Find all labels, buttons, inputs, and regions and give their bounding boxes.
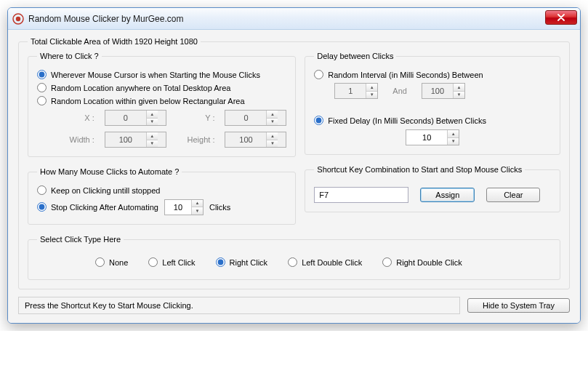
clicktype-legend: Select Click Type Here <box>37 235 124 244</box>
w-input[interactable] <box>105 132 146 147</box>
app-window: Random Mouse Clicker by MurGee.com Total… <box>7 7 581 324</box>
delay-max-input[interactable] <box>422 84 453 98</box>
where-opt2-label: Random Location anywhere on Total Deskto… <box>51 84 230 92</box>
howmany-keep[interactable]: Keep on Clicking untill stopped <box>37 185 286 195</box>
up-arrow-icon[interactable]: ▲ <box>192 200 203 208</box>
up-arrow-icon[interactable]: ▲ <box>267 132 278 140</box>
shortcut-group: Shortcut Key Combination to Start and St… <box>305 165 560 212</box>
delay-min-input[interactable] <box>335 84 366 98</box>
clicktype-rightdbl-label: Right Double Click <box>396 258 462 267</box>
where-opt3-label: Random Location within given below Recta… <box>51 97 245 105</box>
where-legend: Where to Click ? <box>37 52 102 60</box>
delay-random-radio[interactable] <box>314 70 323 79</box>
delay-fixed-input[interactable] <box>406 130 447 145</box>
count-spinner[interactable]: ▲▼ <box>164 199 204 215</box>
up-arrow-icon[interactable]: ▲ <box>267 111 278 119</box>
howmany-stop-label: Stop Clicking After Automating <box>51 203 158 212</box>
where-opt3-radio[interactable] <box>37 96 47 105</box>
down-arrow-icon[interactable]: ▼ <box>366 92 377 99</box>
delay-fixed-spinner[interactable]: ▲▼ <box>406 129 459 145</box>
down-arrow-icon[interactable]: ▼ <box>267 140 278 148</box>
count-input[interactable] <box>165 200 191 215</box>
and-label: And <box>392 87 407 95</box>
clicktype-left[interactable]: Left Click <box>148 257 195 267</box>
down-arrow-icon[interactable]: ▼ <box>454 92 464 99</box>
delay-fixed-radio[interactable] <box>314 116 323 125</box>
hide-to-tray-button[interactable]: Hide to System Tray <box>467 298 570 313</box>
clicktype-none-radio[interactable] <box>95 257 105 267</box>
clicktype-right-label: Right Click <box>230 258 268 267</box>
clicktype-leftdbl[interactable]: Left Double Click <box>288 257 362 267</box>
h-label: Height : <box>177 135 215 144</box>
clicktype-leftdbl-label: Left Double Click <box>302 258 362 267</box>
up-arrow-icon[interactable]: ▲ <box>366 84 377 92</box>
coords-grid: X : ▲▼ Y : ▲▼ Width : <box>56 110 286 148</box>
status-text: Press the Shortcut Key to Start Mouse Cl… <box>18 297 460 314</box>
main-group: Total Clickable Area of Width 1920 Heigh… <box>18 37 570 289</box>
down-arrow-icon[interactable]: ▼ <box>267 119 278 126</box>
where-opt2-radio[interactable] <box>37 83 47 92</box>
up-arrow-icon[interactable]: ▲ <box>147 132 158 140</box>
shortcut-legend: Shortcut Key Combination to Start and St… <box>314 165 525 174</box>
delay-min-spinner[interactable]: ▲▼ <box>334 83 378 99</box>
howmany-group: How Many Mouse Clicks to Automate ? Keep… <box>28 167 296 225</box>
howmany-legend: How Many Mouse Clicks to Automate ? <box>37 167 182 176</box>
w-label: Width : <box>56 135 94 144</box>
clicktype-right[interactable]: Right Click <box>216 257 268 267</box>
delay-random-label: Random Interval (in Milli Seconds) Betwe… <box>328 71 483 79</box>
howmany-stop[interactable]: Stop Clicking After Automating <box>37 202 158 212</box>
where-opt1-label: Wherever Mouse Cursor is when Starting t… <box>51 71 260 79</box>
h-input[interactable] <box>225 132 266 147</box>
y-input[interactable] <box>225 111 266 125</box>
h-spinner[interactable]: ▲▼ <box>225 132 286 148</box>
main-group-legend: Total Clickable Area of Width 1920 Heigh… <box>28 37 201 46</box>
delay-random[interactable]: Random Interval (in Milli Seconds) Betwe… <box>314 70 551 79</box>
w-spinner[interactable]: ▲▼ <box>105 132 166 148</box>
up-arrow-icon[interactable]: ▲ <box>147 111 158 119</box>
y-label: Y : <box>177 113 215 122</box>
down-arrow-icon[interactable]: ▼ <box>448 138 459 145</box>
shortcut-input[interactable] <box>314 187 408 203</box>
clicktype-leftdbl-radio[interactable] <box>288 257 297 267</box>
down-arrow-icon[interactable]: ▼ <box>192 207 203 215</box>
svg-point-1 <box>16 16 20 20</box>
clicktype-left-radio[interactable] <box>148 257 158 267</box>
window-title: Random Mouse Clicker by MurGee.com <box>28 14 183 24</box>
x-label: X : <box>56 113 94 122</box>
delay-max-spinner[interactable]: ▲▼ <box>422 83 465 99</box>
x-spinner[interactable]: ▲▼ <box>105 110 166 126</box>
clicktype-left-label: Left Click <box>162 258 195 267</box>
clicktype-none-label: None <box>109 258 128 267</box>
delay-fixed-label: Fixed Delay (In Milli Seconds) Betwen Cl… <box>328 116 486 125</box>
delay-legend: Delay between Clicks <box>314 52 396 60</box>
close-button[interactable] <box>545 10 577 25</box>
clicktype-rightdbl-radio[interactable] <box>382 257 392 267</box>
where-opt1-radio[interactable] <box>37 70 47 79</box>
client-area: Total Clickable Area of Width 1920 Heigh… <box>8 30 580 323</box>
where-group: Where to Click ? Wherever Mouse Cursor i… <box>28 52 296 157</box>
clicktype-right-radio[interactable] <box>216 257 225 267</box>
howmany-keep-radio[interactable] <box>37 185 47 195</box>
delay-fixed[interactable]: Fixed Delay (In Milli Seconds) Betwen Cl… <box>314 116 551 125</box>
y-spinner[interactable]: ▲▼ <box>225 110 286 126</box>
clear-button[interactable]: Clear <box>486 188 540 202</box>
assign-button[interactable]: Assign <box>420 188 475 202</box>
down-arrow-icon[interactable]: ▼ <box>147 119 158 126</box>
down-arrow-icon[interactable]: ▼ <box>147 140 158 148</box>
clicks-label: Clicks <box>209 203 230 212</box>
where-opt3[interactable]: Random Location within given below Recta… <box>37 96 286 105</box>
app-icon <box>12 13 24 25</box>
up-arrow-icon[interactable]: ▲ <box>448 130 459 138</box>
howmany-keep-label: Keep on Clicking untill stopped <box>51 186 160 195</box>
x-input[interactable] <box>105 111 146 125</box>
clicktype-group: Select Click Type Here None Left Click R… <box>28 235 560 280</box>
clicktype-none[interactable]: None <box>95 257 128 267</box>
delay-group: Delay between Clicks Random Interval (in… <box>305 52 560 155</box>
clicktype-rightdbl[interactable]: Right Double Click <box>382 257 462 267</box>
howmany-stop-radio[interactable] <box>37 202 47 212</box>
statusbar: Press the Shortcut Key to Start Mouse Cl… <box>18 297 570 314</box>
titlebar[interactable]: Random Mouse Clicker by MurGee.com <box>8 8 580 30</box>
up-arrow-icon[interactable]: ▲ <box>454 84 464 92</box>
where-opt1[interactable]: Wherever Mouse Cursor is when Starting t… <box>37 70 286 79</box>
where-opt2[interactable]: Random Location anywhere on Total Deskto… <box>37 83 286 92</box>
